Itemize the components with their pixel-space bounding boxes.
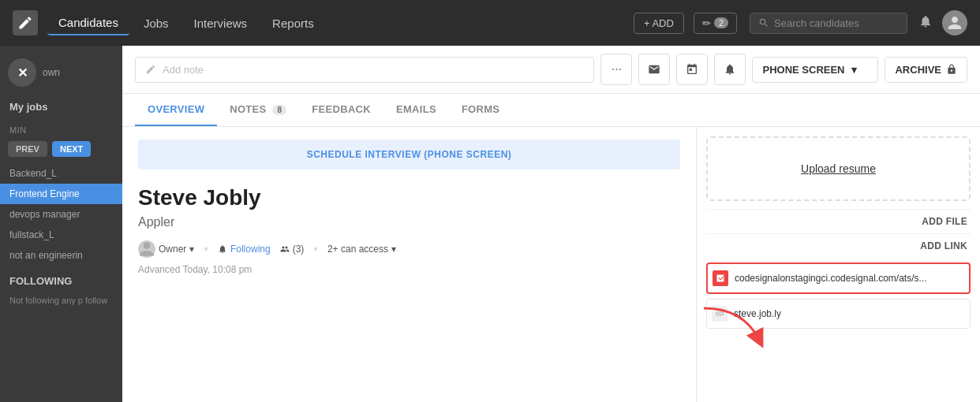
nav-candidates[interactable]: Candidates <box>47 11 129 35</box>
search-input[interactable] <box>774 17 885 29</box>
codesignal-link-url: codesignalonstagingci.codesignal.com/ats… <box>735 273 926 284</box>
stevejobly-link-icon <box>712 306 728 322</box>
candidate-content: SCHEDULE INTERVIEW (PHONE SCREEN) Steve … <box>122 127 980 402</box>
owner-label: Owner <box>159 244 186 255</box>
next-button[interactable]: NEXT <box>52 141 91 157</box>
edit-icon: ✏ <box>702 17 711 29</box>
sidebar-top: ✕ own <box>0 54 122 91</box>
nav-logo[interactable] <box>13 10 38 35</box>
tab-emails[interactable]: EMAILS <box>383 94 449 126</box>
access-item[interactable]: 2+ can access ▾ <box>327 244 396 255</box>
sidebar-item-frontend[interactable]: Frontend Engine <box>0 184 122 204</box>
people-icon <box>280 244 290 254</box>
notes-badge: 8 <box>272 105 286 115</box>
more-options-button[interactable]: ··· <box>600 54 632 85</box>
sidebar-item-fullstack[interactable]: fullstack_L <box>0 225 122 245</box>
alarm-icon <box>724 63 736 76</box>
access-chevron: ▾ <box>391 244 396 255</box>
search-icon <box>758 17 769 28</box>
top-nav: Candidates Jobs Interviews Reports + ADD… <box>0 0 980 46</box>
candidate-name: Steve Jobly <box>138 185 680 210</box>
candidate-main: SCHEDULE INTERVIEW (PHONE SCREEN) Steve … <box>122 127 696 402</box>
followers-count: (3) <box>293 244 305 255</box>
bell-icon <box>918 14 933 28</box>
my-jobs-label: My jobs <box>0 91 122 117</box>
pencil-icon <box>145 64 156 75</box>
email-icon <box>648 63 660 76</box>
meta-sep-1: • <box>204 242 208 256</box>
add-file-button[interactable]: ADD FILE <box>706 209 971 233</box>
nav-interviews[interactable]: Interviews <box>183 12 259 35</box>
edit-count-badge: 2 <box>714 17 728 28</box>
upload-resume-link[interactable]: Upload resume <box>801 162 876 175</box>
calendar-button[interactable] <box>676 54 708 85</box>
tab-forms[interactable]: FORMS <box>449 94 512 126</box>
email-button[interactable] <box>638 54 670 85</box>
search-box[interactable] <box>750 13 907 34</box>
advanced-text: Advanced Today, 10:08 pm <box>138 264 680 275</box>
meta-sep-2: • <box>313 242 318 256</box>
sidebar-item-devops[interactable]: devops manager <box>0 204 122 225</box>
resume-upload-area[interactable]: Upload resume <box>706 136 971 201</box>
alarm-button[interactable] <box>714 54 746 85</box>
add-note-field[interactable]: Add note <box>135 57 594 83</box>
following-link[interactable]: Following <box>230 244 271 255</box>
stevejobly-link-url: steve.job.ly <box>734 308 781 319</box>
tab-feedback[interactable]: FEEDBACK <box>299 94 383 126</box>
tab-notes[interactable]: NOTES 8 <box>217 94 299 126</box>
action-bar: Add note ··· PHONE SCREEN ▾ ARCHIVE <box>122 46 980 94</box>
sidebar-item-backend[interactable]: Backend_L <box>0 163 122 184</box>
schedule-interview-button[interactable]: SCHEDULE INTERVIEW (PHONE SCREEN) <box>138 140 680 169</box>
close-button[interactable]: ✕ <box>8 58 36 87</box>
own-label: own <box>43 67 60 78</box>
following-item[interactable]: Following <box>218 244 271 255</box>
followers-item[interactable]: (3) <box>280 244 305 255</box>
candidate-meta: Owner ▾ • Following (3) • 2+ can access <box>138 240 680 258</box>
archive-button[interactable]: ARCHIVE <box>885 57 967 83</box>
add-note-placeholder: Add note <box>163 64 204 76</box>
nav-jobs[interactable]: Jobs <box>133 12 180 35</box>
nav-reports[interactable]: Reports <box>261 12 325 35</box>
access-label: 2+ can access <box>327 244 388 255</box>
prev-button[interactable]: PREV <box>8 141 47 157</box>
add-link-button[interactable]: ADD LINK <box>706 233 971 258</box>
following-section-label: FOLLOWING <box>0 266 122 292</box>
right-panel: Upload resume ADD FILE ADD LINK <box>696 127 980 402</box>
sidebar-nav-buttons: PREV NEXT <box>0 138 122 163</box>
stage-dropdown[interactable]: PHONE SCREEN ▾ <box>752 57 878 83</box>
more-icon: ··· <box>612 62 622 76</box>
link-item-codesignal[interactable]: codesignalonstagingci.codesignal.com/ats… <box>706 262 971 294</box>
notification-button[interactable] <box>918 14 933 32</box>
link-item-stevejobly[interactable]: steve.job.ly <box>706 299 971 329</box>
tabs-bar: OVERVIEW NOTES 8 FEEDBACK EMAILS FORMS <box>122 94 980 127</box>
owner-chevron: ▾ <box>189 244 194 255</box>
sidebar-item-not-engineer[interactable]: not an engineerin <box>0 245 122 266</box>
add-button[interactable]: + ADD <box>634 13 684 34</box>
add-file-label: ADD FILE <box>922 216 967 227</box>
archive-label: ARCHIVE <box>895 64 941 76</box>
min-section-label: MIN <box>0 117 122 138</box>
calendar-icon <box>686 63 698 76</box>
edit-button[interactable]: ✏ 2 <box>694 13 737 34</box>
sidebar: ✕ own My jobs MIN PREV NEXT Backend_L Fr… <box>0 46 122 402</box>
main-layout: ✕ own My jobs MIN PREV NEXT Backend_L Fr… <box>0 46 980 402</box>
lock-icon <box>946 64 957 75</box>
owner-item[interactable]: Owner ▾ <box>138 240 194 258</box>
bell-small-icon <box>218 244 227 254</box>
stage-label: PHONE SCREEN <box>762 64 844 76</box>
add-link-label: ADD LINK <box>920 240 967 251</box>
codesignal-link-icon <box>713 270 728 286</box>
content-area: Add note ··· PHONE SCREEN ▾ ARCHIVE <box>122 46 980 402</box>
chevron-down-icon: ▾ <box>851 64 857 76</box>
owner-avatar <box>138 240 155 258</box>
user-avatar[interactable] <box>942 10 967 35</box>
tab-overview[interactable]: OVERVIEW <box>135 94 217 126</box>
following-text: Not following any p follow <box>0 292 122 310</box>
candidate-company: Appler <box>138 215 680 229</box>
